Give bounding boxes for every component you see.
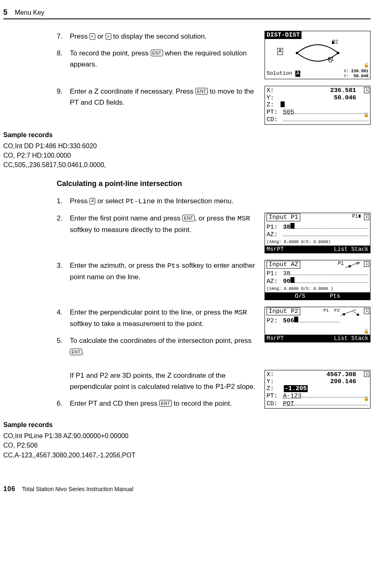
list-softkey[interactable]: List xyxy=(334,246,348,253)
svg-rect-8 xyxy=(343,313,345,315)
stack-softkey[interactable]: Stack xyxy=(351,335,368,342)
page-number: 106 xyxy=(3,485,16,493)
step-b5: 5. To calculate the coordinates of the i… xyxy=(57,335,257,357)
step-note: If P1 and P2 are 3D points, the Z coordi… xyxy=(57,370,257,392)
msrpt-softkey[interactable]: MsrPT xyxy=(267,335,284,342)
step-b1: 1. Press 4 or select Pt-Line in the Inte… xyxy=(57,195,370,207)
step-9: 9. Enter a Z coordinate if necessary. Pr… xyxy=(57,86,257,108)
key-4-icon: 4 xyxy=(90,198,95,204)
cursor-icon xyxy=(281,101,285,107)
page-badge-icon: 1 xyxy=(364,214,369,220)
screen-input-p2: 1 Input P2 P1 P2 P2:506 🔒 MsrPT List Sta… xyxy=(265,307,370,342)
page-footer: 106 Total Station Nivo Series Instructio… xyxy=(3,485,133,493)
lock-icon: 🔒 xyxy=(364,329,369,334)
chapter-title: Menu Key xyxy=(15,9,44,16)
step-b4: 4. Enter the perpendicular point to the … xyxy=(57,307,257,329)
lock-icon: 🔒 xyxy=(364,113,369,118)
screen-input-p1: 1 Input P1 P1∎ P1:38 AZ: (±Ang: 0.0000 O… xyxy=(265,213,370,253)
msrpt-softkey[interactable]: MsrPT xyxy=(267,246,284,253)
svg-point-0 xyxy=(296,52,298,54)
list-softkey[interactable]: List xyxy=(334,335,348,342)
intersection-diagram-icon xyxy=(276,40,359,66)
header-rule xyxy=(3,18,370,19)
svg-rect-5 xyxy=(349,265,351,267)
screen-result: 1 X:4567.308 Y:200.146 Z:-1.205 PT:A-123… xyxy=(265,370,370,409)
ent-key-icon: ENT xyxy=(151,50,163,56)
step-b2: 2. Enter the first point name and press … xyxy=(57,213,257,235)
screen-input-az: 1 Input AZ P1 P1:38 AZ:90 (±Ang: 0.0000 … xyxy=(265,260,370,300)
screen-xyz-entry: 1 X:236.581 Y:50.046 Z: PT:505 CD: 🔒 xyxy=(265,86,370,124)
step-8: 8. To record the point, press ENT when t… xyxy=(57,48,257,70)
screen-dist-dist: DIST-DIST A P2 P1 🔒 Solution A X:Y: 236.… xyxy=(265,31,370,79)
sample-records-1: Sample records CO,Int DD P1:486 HD:330.6… xyxy=(3,131,370,170)
ent-key-icon: ENT xyxy=(70,349,82,355)
lock-icon: 🔒 xyxy=(364,63,369,68)
left-key-icon: < xyxy=(90,33,95,40)
sample-records-2: Sample records CO,Int PtLine P1:38 AZ:90… xyxy=(3,421,370,460)
svg-rect-9 xyxy=(357,314,359,316)
manual-title: Total Station Nivo Series Instruction Ma… xyxy=(22,486,133,492)
chapter-number: 5 xyxy=(3,8,7,17)
screen-title: DIST-DIST xyxy=(265,31,301,39)
stack-softkey[interactable]: Stack xyxy=(351,246,368,253)
page-badge-icon: 1 xyxy=(364,261,369,267)
step-b6: 6. Enter PT and CD then press ENT to rec… xyxy=(57,398,257,409)
step-7: 7. Press < or > to display the second so… xyxy=(57,31,257,42)
right-key-icon: > xyxy=(106,33,111,40)
svg-point-1 xyxy=(337,52,339,54)
pts-softkey[interactable]: Pts xyxy=(330,293,340,299)
svg-line-4 xyxy=(345,262,360,268)
svg-line-6 xyxy=(341,310,356,315)
ent-key-icon: ENT xyxy=(182,215,195,221)
os-softkey[interactable]: O/S xyxy=(295,293,305,299)
page-header: 5 Menu Key xyxy=(3,8,370,17)
ent-key-icon: ENT xyxy=(159,400,172,407)
section-title: Calculating a point-line intersection xyxy=(57,179,370,188)
lock-icon: 🔒 xyxy=(364,396,369,402)
page-badge-icon: 1 xyxy=(364,308,369,314)
flag-line-icon xyxy=(345,261,361,269)
ent-key-icon: ENT xyxy=(196,88,208,94)
step-b3: 3. Enter the azimuth, or press the Pts s… xyxy=(57,260,257,283)
